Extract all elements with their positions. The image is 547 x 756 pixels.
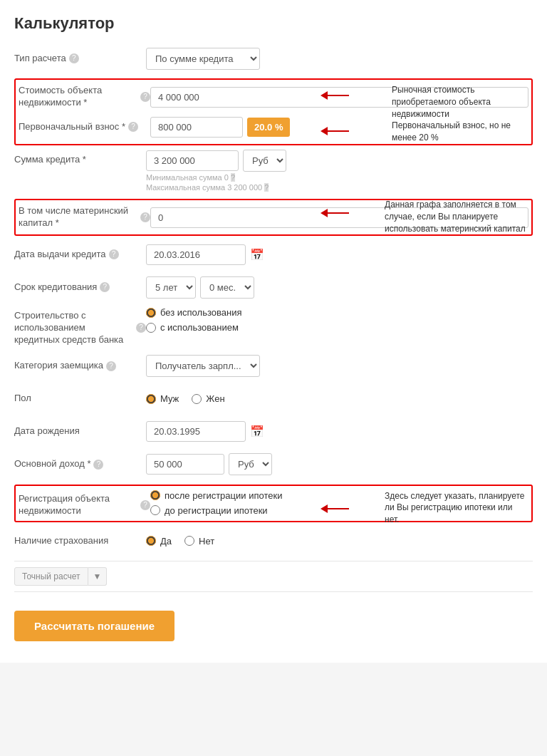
- vznos-percent-badge: 20.0 %: [247, 118, 290, 137]
- exact-calc-chevron-button[interactable]: ▼: [88, 567, 108, 586]
- strahovanie-option-net[interactable]: Нет: [184, 536, 214, 547]
- vznos-input[interactable]: [150, 117, 243, 138]
- osnovnoy-dohod-row: Основной доход * ? Руб: [14, 452, 533, 477]
- registraciya-arrow: [321, 504, 349, 513]
- stroitelstvo-help-icon[interactable]: ?: [136, 323, 146, 333]
- summa-control: Руб Минимальная сумма 0 ? Максимальная с…: [146, 150, 533, 192]
- stroitelstvo-control: без использования с использованием: [146, 307, 533, 333]
- tip-rascheta-label: Тип расчета ?: [14, 53, 146, 65]
- registraciya-arrow-head: [321, 504, 328, 513]
- stroitelstvo-row: Строительство с использованием кредитных…: [14, 307, 533, 346]
- exact-calc-button[interactable]: Точный расчет: [14, 567, 88, 586]
- stoimost-arrow: [321, 91, 349, 100]
- vznos-arrow-line: [328, 130, 349, 132]
- summa-hint-max: Максимальная сумма 3 200 000 ?: [146, 183, 533, 192]
- exact-calc-row: Точный расчет ▼: [14, 567, 533, 586]
- summa-label: Сумма кредита *: [14, 150, 146, 166]
- registraciya-section: Регистрация объекта недвижимости ? после…: [14, 485, 533, 523]
- tip-rascheta-select[interactable]: По сумме кредита: [146, 48, 260, 70]
- stoimost-label: Стоимость объекта недвижимости * ?: [19, 85, 150, 109]
- osnovnoy-dohod-label: Основной доход * ?: [14, 458, 146, 470]
- registraciya-arrow-line: [328, 508, 349, 509]
- stroitelstvo-radio-s[interactable]: [146, 323, 156, 333]
- srok-row: Срок кредитования ? 5 лет 0 мес.: [14, 274, 533, 300]
- stoimost-annotation: Рыночная стоимость приобретаемого объект…: [392, 84, 527, 120]
- materinsk-section: В том числе материнский капитал * ? Данн…: [14, 199, 533, 236]
- calendar-icon[interactable]: 📅: [250, 248, 264, 262]
- materinsk-arrow: [321, 209, 349, 217]
- stoimost-arrow-head: [321, 91, 328, 100]
- pol-row: Пол Муж Жен: [14, 386, 533, 412]
- tip-rascheta-help-icon[interactable]: ?: [69, 53, 79, 63]
- data-vydachi-input[interactable]: [146, 244, 246, 265]
- srok-mes-select[interactable]: 0 мес.: [200, 276, 254, 299]
- data-rozhdeniya-label: Дата рождения: [14, 425, 146, 437]
- data-vydachi-control: 📅: [146, 244, 533, 265]
- vznos-help-icon[interactable]: ?: [128, 122, 138, 132]
- kategoriya-row: Категория заемщика ? Получатель зарпл...: [14, 353, 533, 379]
- materinsk-label: В том числе материнский капитал * ?: [19, 205, 150, 229]
- materinsk-arrow-head: [321, 209, 328, 217]
- kategoriya-help-icon[interactable]: ?: [106, 361, 116, 371]
- summa-currency-select[interactable]: Руб: [243, 150, 286, 172]
- srok-label: Срок кредитования ?: [14, 281, 146, 294]
- kategoriya-control: Получатель зарпл...: [146, 355, 533, 377]
- calculate-button[interactable]: Рассчитать погашение: [14, 611, 174, 641]
- materinsk-annotation: Данная графа заполняется в том случае, е…: [385, 199, 527, 234]
- stroitelstvo-option-bez[interactable]: без использования: [146, 307, 533, 318]
- stroitelstvo-label: Строительство с использованием кредитных…: [14, 307, 146, 346]
- calendar-dob-icon[interactable]: 📅: [250, 425, 264, 438]
- stroitelstvo-option-s[interactable]: с использованием: [146, 322, 533, 333]
- data-vydachi-label: Дата выдачи кредита ?: [14, 249, 146, 261]
- divider-2: [14, 591, 533, 592]
- registraciya-label: Регистрация объекта недвижимости ?: [19, 490, 150, 517]
- pol-label: Пол: [14, 393, 146, 405]
- strahovanie-row: Наличие страхования Да Нет: [14, 528, 533, 554]
- data-rozhdeniya-row: Дата рождения 📅: [14, 419, 533, 445]
- summa-input[interactable]: [146, 150, 239, 171]
- page-title: Калькулятор: [14, 14, 533, 33]
- strahovanie-label: Наличие страхования: [14, 535, 146, 547]
- srok-control: 5 лет 0 мес.: [146, 276, 533, 299]
- divider-1: [14, 561, 533, 561]
- stoimost-arrow-line: [328, 95, 349, 96]
- summa-max-help-icon[interactable]: ?: [264, 183, 269, 192]
- stroitelstvo-radio-bez[interactable]: [146, 308, 156, 318]
- osnovnoy-dohod-help-icon[interactable]: ?: [93, 460, 103, 470]
- pol-option-zhen[interactable]: Жен: [192, 393, 224, 404]
- registraciya-radio-posle[interactable]: [150, 490, 160, 500]
- tip-rascheta-control: По сумме кредита: [146, 48, 533, 70]
- summa-row: Сумма кредита * Руб Минимальная сумма 0 …: [14, 150, 533, 192]
- kategoriya-select[interactable]: Получатель зарпл...: [146, 355, 260, 377]
- page-wrapper: Калькулятор Тип расчета ? По сумме креди…: [0, 0, 547, 663]
- strahovanie-control: Да Нет: [146, 536, 533, 547]
- stoimost-help-icon[interactable]: ?: [140, 92, 150, 102]
- tip-rascheta-row: Тип расчета ? По сумме кредита: [14, 46, 533, 71]
- osnovnoy-dohod-currency-select[interactable]: Руб: [229, 453, 272, 475]
- stoimost-vznos-section: Стоимость объекта недвижимости * ? Перво…: [14, 78, 533, 145]
- registraciya-help-icon[interactable]: ?: [140, 500, 150, 510]
- srok-let-select[interactable]: 5 лет: [146, 276, 196, 299]
- pol-option-muz[interactable]: Муж: [146, 393, 179, 404]
- vznos-annotation: Первоначальный взнос, но не менее 20 %: [392, 120, 527, 144]
- data-rozhdeniya-input[interactable]: [146, 421, 246, 442]
- kategoriya-label: Категория заемщика ?: [14, 360, 146, 372]
- data-vydachi-help-icon[interactable]: ?: [109, 249, 119, 259]
- strahovanie-option-da[interactable]: Да: [146, 536, 172, 547]
- vznos-arrow-head: [321, 127, 328, 135]
- osnovnoy-dohod-input[interactable]: [146, 454, 224, 475]
- srok-help-icon[interactable]: ?: [100, 282, 110, 292]
- pol-control: Муж Жен: [146, 393, 533, 404]
- summa-hint-min: Минимальная сумма 0 ?: [146, 173, 533, 182]
- strahovanie-radio-da[interactable]: [146, 536, 156, 546]
- vznos-label: Первоначальный взнос * ?: [19, 121, 150, 133]
- data-rozhdeniya-control: 📅: [146, 421, 533, 442]
- registraciya-radio-do[interactable]: [150, 505, 160, 515]
- pol-radio-muz[interactable]: [146, 394, 156, 404]
- pol-radio-zhen[interactable]: [192, 394, 202, 404]
- osnovnoy-dohod-control: Руб: [146, 453, 533, 475]
- strahovanie-radio-net[interactable]: [184, 536, 194, 546]
- vznos-arrow: [321, 127, 349, 135]
- summa-min-help-icon[interactable]: ?: [231, 173, 235, 182]
- materinsk-help-icon[interactable]: ?: [140, 212, 150, 222]
